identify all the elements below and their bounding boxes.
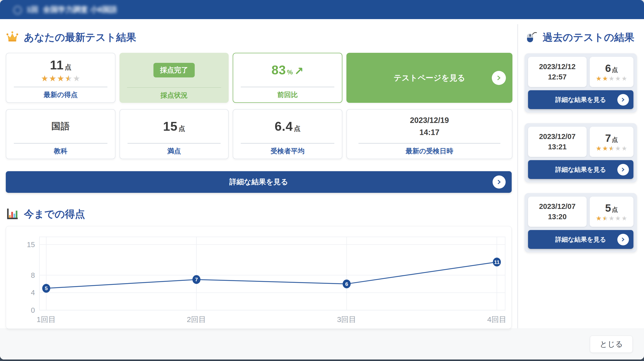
latest-date: 2023/12/19 (410, 116, 449, 125)
details-button[interactable]: 詳細な結果を見る (6, 171, 512, 193)
svg-text:1回目: 1回目 (36, 315, 56, 324)
chevron-right-icon (617, 234, 629, 245)
chevron-right-icon (617, 94, 629, 106)
card-latest-score: 11点 ★★★★★★★★★★ 最新の得点 (6, 53, 115, 103)
card-full-score: 15点 満点 (119, 109, 229, 159)
chevron-right-icon (493, 175, 506, 189)
svg-text:4回目: 4回目 (487, 315, 507, 324)
history-item: 2023/12/12 12:57 6点 ★★★★★★★★★★ 詳細な結果を見る (525, 53, 637, 113)
modal-header: ◯ 1回 全国学力調査 小6国語 (0, 0, 644, 19)
card-grading-status: 採点完了 採点状況 (119, 53, 229, 103)
latest-time: 14:17 (419, 128, 439, 137)
score-chart-heading: 今までの得点 (6, 207, 517, 220)
full-score-value: 15点 (163, 119, 185, 134)
history-details-button[interactable]: 詳細な結果を見る (528, 230, 633, 249)
history-list: 2023/12/12 12:57 6点 ★★★★★★★★★★ 詳細な結果を見る (525, 53, 637, 252)
history-score-stars: ★★★★★★★★★★ (596, 215, 627, 221)
average-label: 受検者平均 (271, 144, 305, 159)
history-details-button[interactable]: 詳細な結果を見る (528, 90, 633, 109)
history-details-button[interactable]: 詳細な結果を見る (528, 160, 633, 179)
history-details-label: 詳細な結果を見る (555, 165, 606, 174)
svg-text:0: 0 (31, 306, 35, 314)
history-date-card: 2023/12/07 13:20 (528, 197, 587, 227)
crown-icon (6, 31, 19, 44)
up-right-arrow-icon: ↗ (294, 65, 304, 77)
latest-result-heading-text: あなたの最新テスト結果 (24, 30, 136, 44)
latest-result-cards: 11点 ★★★★★★★★★★ 最新の得点 採点完了 採点状況 (6, 53, 512, 159)
history-details-label: 詳細な結果を見る (555, 235, 606, 244)
svg-text:7: 7 (195, 277, 198, 282)
header-circle-icon: ◯ (13, 5, 22, 14)
history-item: 2023/12/07 13:21 7点 ★★★★★★★★★★ 詳細な結果を見る (525, 123, 637, 183)
past-results-heading-text: 過去のテストの結果 (543, 30, 634, 44)
grading-status-label: 採点状況 (160, 88, 188, 103)
history-date-card: 2023/12/07 13:21 (528, 127, 587, 157)
score-history-chart: 048151回目2回目3回目4回目57611 (6, 226, 512, 329)
svg-text:5: 5 (45, 285, 48, 291)
view-test-page-button[interactable]: テストページを見る (346, 53, 512, 103)
chevron-right-icon (492, 71, 506, 85)
score-chart-heading-text: 今までの得点 (24, 207, 85, 221)
svg-text:8: 8 (31, 271, 35, 279)
chevron-right-icon (617, 164, 629, 175)
history-score-stars: ★★★★★★★★★★ (596, 75, 627, 82)
modal-title-prefix: 1回 (27, 5, 38, 15)
modal-footer: とじる (0, 329, 644, 359)
card-average: 6.4点 受検者平均 (233, 109, 342, 159)
history-date-card: 2023/12/12 12:57 (528, 57, 587, 87)
history-score-card: 5点 ★★★★★★★★★★ (590, 197, 633, 227)
details-button-label: 詳細な結果を見る (229, 177, 288, 187)
card-latest-date: 2023/12/19 14:17 最新の受検日時 (346, 109, 512, 159)
history-score-card: 7点 ★★★★★★★★★★ (590, 127, 633, 157)
close-button[interactable]: とじる (590, 336, 633, 353)
test-result-modal: ◯ 1回 全国学力調査 小6国語 あなたの最新テスト結果 (0, 0, 644, 359)
subject-label: 教科 (54, 144, 67, 159)
history-score-stars: ★★★★★★★★★★ (596, 145, 627, 152)
ratio-label: 前回比 (277, 87, 298, 102)
average-value: 6.4点 (275, 119, 301, 134)
svg-text:2回目: 2回目 (187, 315, 206, 324)
grading-complete-badge: 採点完了 (153, 63, 195, 77)
subject-value: 国語 (51, 120, 70, 132)
past-results-heading: 過去のテストの結果 (525, 31, 637, 44)
svg-text:4: 4 (31, 289, 35, 297)
mouse-icon (525, 31, 538, 44)
latest-score-stars: ★★★★★★★★★★ (41, 74, 80, 82)
view-test-page-label: テストページを見る (394, 73, 465, 83)
svg-text:11: 11 (494, 259, 500, 265)
bar-chart-icon (6, 207, 19, 220)
vertical-divider (517, 24, 518, 328)
past-results-section: 過去のテストの結果 2023/12/12 12:57 6点 ★★★★★★★★★★ (525, 19, 637, 252)
svg-text:6: 6 (345, 281, 348, 287)
history-item: 2023/12/07 13:20 5点 ★★★★★★★★★★ 詳細な結果を見る (525, 193, 637, 252)
svg-text:3回目: 3回目 (337, 315, 356, 324)
history-details-label: 詳細な結果を見る (555, 96, 606, 104)
ratio-value: 83%↗ (271, 63, 304, 77)
latest-score-value: 11点 (50, 58, 71, 72)
history-score-card: 6点 ★★★★★★★★★★ (590, 57, 633, 87)
modal-title-blurred: ◯ 1回 全国学力調査 小6国語 (13, 5, 117, 15)
latest-result-section: あなたの最新テスト結果 11点 ★★★★★★★★★★ 最新の得点 採点完了 (0, 19, 517, 329)
modal-title-text: 全国学力調査 小6国語 (43, 5, 117, 15)
full-score-label: 満点 (167, 144, 181, 159)
svg-text:15: 15 (27, 241, 35, 249)
latest-date-label: 最新の受検日時 (406, 144, 453, 159)
modal-content: あなたの最新テスト結果 11点 ★★★★★★★★★★ 最新の得点 採点完了 (0, 19, 644, 329)
card-subject: 国語 教科 (6, 109, 115, 159)
latest-score-label: 最新の得点 (44, 87, 78, 102)
latest-result-heading: あなたの最新テスト結果 (6, 31, 517, 44)
card-previous-ratio: 83%↗ 前回比 (233, 53, 342, 103)
